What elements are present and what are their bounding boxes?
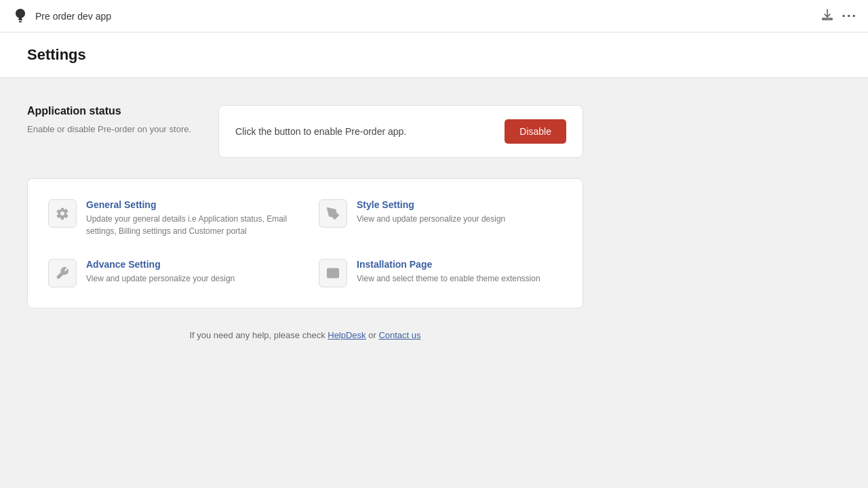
status-card: Click the button to enable Pre-order app… xyxy=(218,105,583,158)
general-setting-title[interactable]: General Setting xyxy=(86,199,292,210)
app-logo-icon xyxy=(11,7,30,26)
installation-setting-desc: View and select theme to enable theme ex… xyxy=(357,272,540,285)
main-content: Application status Enable or disable Pre… xyxy=(0,78,610,367)
status-card-text: Click the button to enable Pre-order app… xyxy=(235,126,406,137)
install-icon[interactable] xyxy=(821,9,833,24)
wrench-icon xyxy=(56,266,69,280)
installation-setting-icon-wrap xyxy=(319,259,347,287)
brush-icon xyxy=(326,207,340,220)
svg-point-2 xyxy=(332,212,334,214)
svg-rect-1 xyxy=(19,21,22,22)
application-status-section: Application status Enable or disable Pre… xyxy=(27,105,583,158)
page-title: Settings xyxy=(27,46,841,64)
installation-setting-title[interactable]: Installation Page xyxy=(357,259,540,270)
helpdesk-link[interactable]: HelpDesk xyxy=(328,330,366,340)
topbar: Pre order dev app ··· xyxy=(0,0,868,33)
advance-setting-icon-wrap xyxy=(48,259,77,287)
topbar-left: Pre order dev app xyxy=(11,7,111,26)
setting-item-style: Style Setting View and update personaliz… xyxy=(319,199,562,237)
envelope-icon xyxy=(326,266,340,280)
advance-setting-title[interactable]: Advance Setting xyxy=(86,259,235,270)
topbar-right: ··· xyxy=(821,8,857,24)
help-footer: If you need any help, please check HelpD… xyxy=(27,330,583,340)
general-setting-text: General Setting Update your general deta… xyxy=(86,199,292,237)
installation-setting-text: Installation Page View and select theme … xyxy=(357,259,540,285)
style-setting-text: Style Setting View and update personaliz… xyxy=(357,199,505,225)
contact-link[interactable]: Contact us xyxy=(378,330,420,340)
style-setting-icon-wrap xyxy=(319,199,347,228)
more-options-icon[interactable]: ··· xyxy=(842,8,857,24)
status-heading: Application status xyxy=(27,105,191,117)
settings-grid-card: General Setting Update your general deta… xyxy=(27,178,583,308)
style-setting-desc: View and update personalize your design xyxy=(357,213,505,225)
section-label: Application status Enable or disable Pre… xyxy=(27,105,191,136)
advance-setting-text: Advance Setting View and update personal… xyxy=(86,259,235,285)
svg-rect-0 xyxy=(18,19,22,20)
setting-item-installation: Installation Page View and select theme … xyxy=(319,259,562,287)
help-text-before: If you need any help, please check xyxy=(189,330,328,340)
topbar-app-name: Pre order dev app xyxy=(35,11,111,22)
advance-setting-desc: View and update personalize your design xyxy=(86,272,235,285)
status-description: Enable or disable Pre-order on your stor… xyxy=(27,123,191,136)
general-setting-icon-wrap xyxy=(48,199,77,228)
help-text-middle: or xyxy=(366,330,379,340)
page-header: Settings xyxy=(0,33,868,78)
setting-item-advance: Advance Setting View and update personal… xyxy=(48,259,292,287)
setting-item-general: General Setting Update your general deta… xyxy=(48,199,292,237)
gear-icon xyxy=(56,207,69,220)
disable-button[interactable]: Disable xyxy=(505,119,566,144)
general-setting-desc: Update your general details i.e Applicat… xyxy=(86,213,292,237)
style-setting-title[interactable]: Style Setting xyxy=(357,199,505,210)
